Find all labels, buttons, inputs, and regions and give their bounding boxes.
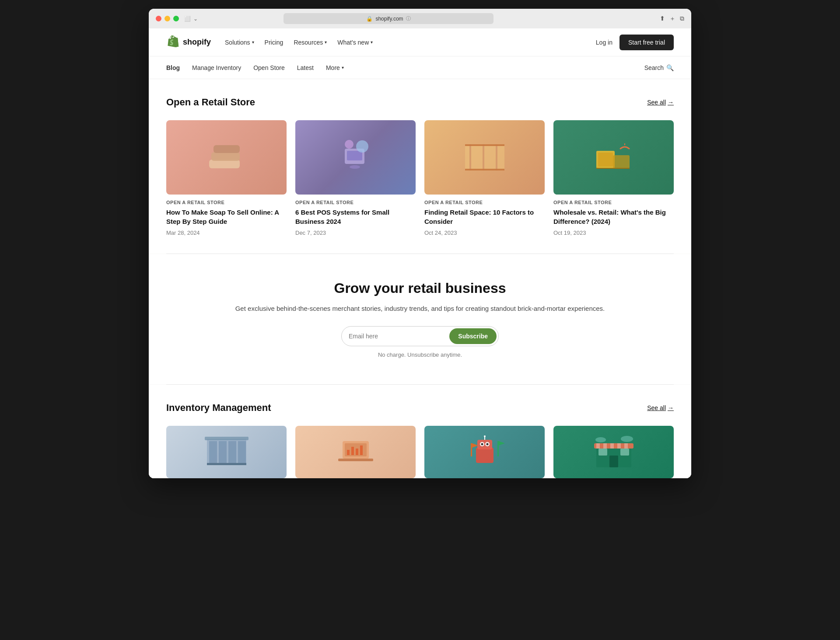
address-bar[interactable]: 🔒 shopify.com ⓘ [284,13,494,24]
arrow-icon: → [668,404,674,411]
subscribe-button[interactable]: Subscribe [449,328,497,344]
svg-point-37 [481,443,483,445]
start-trial-button[interactable]: Start free trial [620,35,674,50]
traffic-light-yellow[interactable] [164,16,170,21]
card-image-3 [424,120,545,195]
inv-card-image-2 [295,426,416,478]
inv-card-image-3 [424,426,545,478]
chevron-down-icon: ▾ [371,40,373,45]
page-content: Open a Retail Store See all → [149,79,691,478]
newsletter-description: Get exclusive behind-the-scenes merchant… [166,303,674,314]
svg-rect-15 [598,153,613,167]
svg-rect-54 [620,449,629,456]
traffic-light-green[interactable] [173,16,179,21]
pos-illustration [329,136,382,179]
shopify-logo[interactable]: shopify [166,35,211,49]
card-3[interactable]: OPEN A RETAIL STORE Finding Retail Space… [424,120,545,236]
newsletter-fine-print: No charge. Unsubscribe anytime. [166,351,674,358]
inv-card-image-1 [166,426,287,478]
section-header: Open a Retail Store See all → [166,97,674,108]
card-title-2: 6 Best POS Systems for Small Business 20… [295,208,416,226]
svg-point-55 [595,437,606,442]
card-date-4: Oct 19, 2023 [553,230,674,236]
nav-pricing[interactable]: Pricing [265,39,284,46]
svg-rect-32 [360,445,363,455]
inv-card-4[interactable] [553,426,674,478]
svg-rect-1 [211,152,240,161]
svg-rect-49 [610,443,614,449]
logo-text: shopify [183,38,211,47]
svg-rect-13 [465,169,504,170]
card-1[interactable]: OPEN A RETAIL STORE How To Make Soap To … [166,120,287,236]
card-title-1: How To Make Soap To Sell Online: A Step … [166,208,287,226]
see-all-link[interactable]: See all → [647,99,674,106]
main-navigation: shopify Solutions ▾ Pricing Resources ▾ … [149,28,691,56]
search-button[interactable]: Search 🔍 [644,64,674,71]
chevron-down-icon: ▾ [342,65,344,70]
nav-solutions[interactable]: Solutions ▾ [225,39,254,46]
card-title-3: Finding Retail Space: 10 Factors to Cons… [424,208,545,226]
store-illustration [592,435,636,470]
card-4[interactable]: OPEN A RETAIL STORE Wholesale vs. Retail… [553,120,674,236]
url-text: shopify.com [375,16,403,22]
svg-rect-52 [609,456,618,467]
inv-card-3[interactable] [424,426,545,478]
share-button[interactable]: ⬆ [660,15,665,23]
lock-icon: 🔒 [366,16,373,22]
svg-rect-16 [613,155,630,168]
nav-whats-new[interactable]: What's new ▾ [337,39,373,46]
nav-resources[interactable]: Resources ▾ [294,39,327,46]
svg-rect-2 [214,145,240,153]
svg-rect-47 [596,443,600,449]
card-thumbnail-4 [553,120,674,195]
section-title: Open a Retail Store [166,97,255,108]
tabs-button[interactable]: ⧉ [680,15,684,23]
card-thumbnail-2 [295,120,416,195]
svg-rect-12 [465,144,504,146]
email-input[interactable] [349,333,449,340]
inv-card-image-4 [553,426,674,478]
svg-rect-29 [347,450,350,455]
subnav-open-store[interactable]: Open Store [253,64,285,71]
inventory-cards-grid [166,426,674,478]
newsletter-form: Subscribe [341,326,499,346]
svg-rect-28 [338,459,373,461]
inventory-section: Inventory Management See all → [149,385,691,478]
inventory-see-all[interactable]: See all → [647,404,674,411]
newsletter-title: Grow your retail business [166,280,674,296]
svg-rect-31 [356,449,358,455]
traffic-light-red[interactable] [156,16,161,21]
svg-rect-48 [603,443,607,449]
new-tab-button[interactable]: ＋ [669,15,676,23]
laptop-illustration [334,435,378,470]
nav-links: Solutions ▾ Pricing Resources ▾ What's n… [225,39,582,46]
card-thumbnail-1 [166,120,287,195]
svg-rect-22 [228,441,236,463]
tab-icon: ⬜ [184,16,191,22]
svg-point-6 [356,140,368,153]
card-date-1: Mar 28, 2024 [166,230,287,236]
card-image-1 [166,120,287,195]
svg-rect-25 [205,437,248,440]
search-icon: 🔍 [666,64,674,71]
cards-grid: OPEN A RETAIL STORE How To Make Soap To … [166,120,674,236]
inventory-section-title: Inventory Management [166,402,271,414]
login-button[interactable]: Log in [596,39,612,46]
card-title-4: Wholesale vs. Retail: What's the Big Dif… [553,208,674,226]
svg-rect-53 [598,449,607,456]
svg-rect-24 [207,463,246,465]
card-cat-1: OPEN A RETAIL STORE [166,200,287,205]
card-2[interactable]: OPEN A RETAIL STORE 6 Best POS Systems f… [295,120,416,236]
card-image-4 [553,120,674,195]
subnav-manage-inventory[interactable]: Manage Inventory [192,64,241,71]
subnav-more[interactable]: More ▾ [326,64,344,71]
subnav-blog[interactable]: Blog [166,64,180,71]
open-retail-section: Open a Retail Store See all → [149,79,691,254]
inventory-section-header: Inventory Management See all → [166,402,674,414]
subnav-latest[interactable]: Latest [297,64,314,71]
retail-space-illustration [458,136,511,179]
inv-card-1[interactable] [166,426,287,478]
inv-card-2[interactable] [295,426,416,478]
warehouse-illustration [205,435,248,470]
svg-rect-10 [483,144,484,170]
